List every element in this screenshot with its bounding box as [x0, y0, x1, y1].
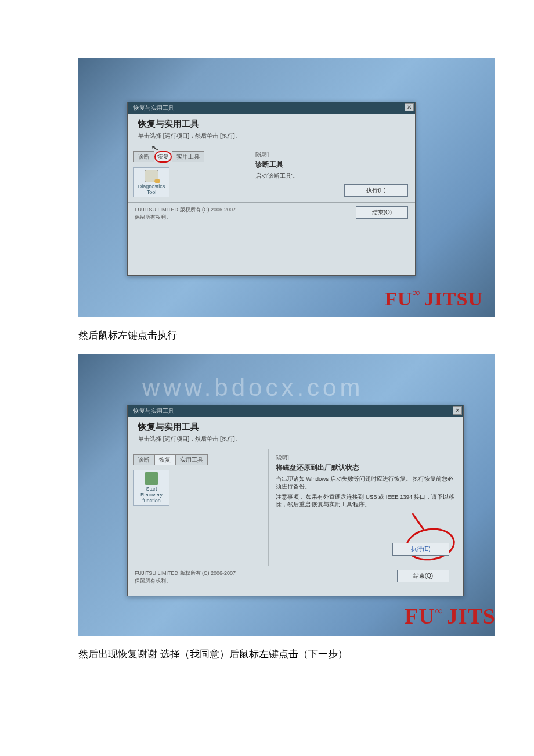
window-footer: 执行(E) FUJITSU LIMITED 版权所有 (C) 2006-2007…: [128, 566, 463, 597]
header-sub: 单击选择 [运行项目]，然后单击 [执行]。: [138, 132, 405, 140]
tool-line3: function: [136, 498, 167, 503]
fujitsu-logo: FU∞JITS: [405, 603, 495, 629]
desc-label: [说明]: [255, 151, 408, 159]
monitor-icon: [145, 170, 158, 182]
tab-util[interactable]: 实用工具: [172, 151, 204, 162]
execute-button[interactable]: 执行(E): [392, 543, 449, 556]
panel-title: 将磁盘还原到出厂默认状态: [276, 463, 456, 473]
tab-strip: 诊断恢复实用工具: [134, 151, 242, 163]
start-recovery-icon[interactable]: Start Recovery function: [134, 470, 169, 506]
window-titlebar: 恢复与实用工具 ✕: [128, 405, 463, 417]
header-title: 恢复与实用工具: [138, 118, 405, 129]
tool-line1: Start: [136, 486, 167, 492]
tab-diag[interactable]: 诊断: [134, 454, 154, 465]
window-footer: 执行(E) FUJITSU LIMITED 版权所有 (C) 2006-2007…: [128, 202, 415, 231]
close-icon[interactable]: ✕: [405, 103, 414, 111]
desc-label: [说明]: [276, 454, 456, 462]
tool-label: Diagnostics Tool: [138, 183, 165, 195]
execute-button[interactable]: 执行(E): [344, 184, 408, 197]
tab-recover[interactable]: 恢复: [154, 454, 175, 465]
window-header: 恢复与实用工具 单击选择 [运行项目]，然后单击 [执行]。: [128, 417, 463, 449]
window-header: 恢复与实用工具 单击选择 [运行项目]，然后单击 [执行]。: [128, 114, 415, 146]
recycle-icon: [145, 472, 158, 485]
watermark-text: www.bdocx.com: [142, 374, 363, 402]
fujitsu-logo: FU∞JITSU: [385, 288, 483, 310]
title-text: 恢复与实用工具: [134, 105, 174, 111]
window-titlebar: 恢复与实用工具 ✕: [128, 102, 415, 114]
end-button[interactable]: 结束(Q): [397, 570, 449, 582]
screenshot-2: www.bdocx.com 恢复与实用工具 ✕ 恢复与实用工具 单击选择 [运行…: [78, 354, 495, 636]
app-window: 恢复与实用工具 ✕ 恢复与实用工具 单击选择 [运行项目]，然后单击 [执行]。…: [127, 405, 464, 596]
tab-strip: 诊断恢复实用工具: [134, 454, 262, 465]
panel-title: 诊断工具: [255, 160, 408, 170]
end-button[interactable]: 结束(Q): [356, 206, 408, 219]
panel-p1: 当出现诸如 Windows 启动失败等问题时应进行恢复。 执行恢复前您必须进行备…: [276, 475, 456, 491]
panel-p2: 注意事项： 如果有外置硬盘连接到 USB 或 IEEE 1394 接口，请予以移…: [276, 493, 456, 509]
tab-util[interactable]: 实用工具: [175, 454, 208, 465]
left-column: 诊断恢复实用工具 Start Recovery function: [128, 449, 269, 566]
panel-line: 启动'诊断工具'。: [255, 172, 408, 179]
header-sub: 单击选择 [运行项目]，然后单击 [执行]。: [138, 435, 453, 443]
caption-1: 然后鼠标左键点击执行: [78, 329, 517, 342]
title-text: 恢复与实用工具: [134, 408, 174, 414]
app-window: 恢复与实用工具 ✕ 恢复与实用工具 单击选择 [运行项目]，然后单击 [执行]。…: [127, 102, 416, 276]
tab-diag[interactable]: 诊断: [134, 151, 154, 162]
tool-line2: Recovery: [136, 492, 167, 498]
screenshot-1: 恢复与实用工具 ✕ 恢复与实用工具 单击选择 [运行项目]，然后单击 [执行]。…: [78, 58, 495, 317]
left-column: 诊断恢复实用工具 Diagnostics Tool: [128, 146, 248, 202]
diagnostics-tool-icon[interactable]: Diagnostics Tool: [134, 167, 169, 197]
header-title: 恢复与实用工具: [138, 422, 453, 433]
caption-2: 然后出现恢复谢谢 选择（我同意）后鼠标左键点击（下一步）: [78, 647, 517, 661]
close-icon[interactable]: ✕: [453, 406, 462, 415]
